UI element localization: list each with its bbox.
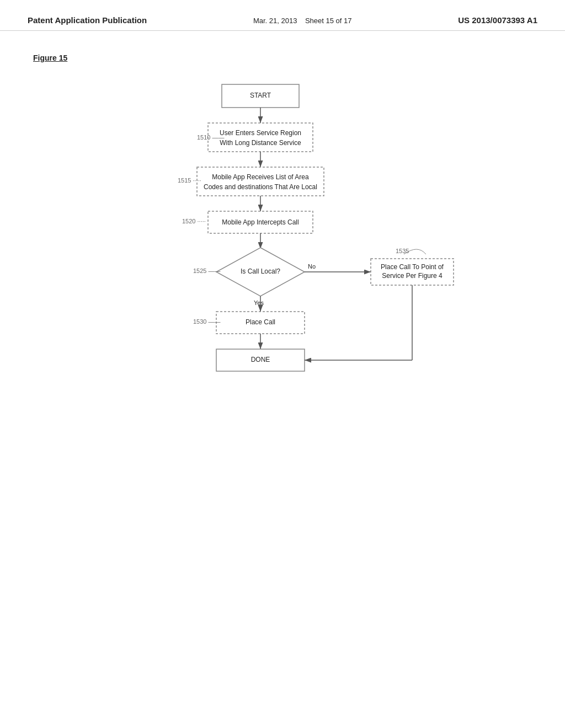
label-1530: 1530 —— <box>193 318 221 325</box>
box-1515 <box>197 167 324 196</box>
label-1510: 1510 —— <box>197 134 225 141</box>
box-1535-text1: Place Call To Point of <box>381 263 444 271</box>
figure-label: Figure 15 <box>33 53 67 62</box>
yes-label: Yes <box>254 299 264 306</box>
page-header: Patent Application Publication Mar. 21, … <box>0 0 565 31</box>
publication-date-sheet: Mar. 21, 2013 Sheet 15 of 17 <box>253 17 352 25</box>
sheet-number: Sheet 15 of 17 <box>305 17 352 25</box>
publication-number: US 2013/0073393 A1 <box>458 15 537 25</box>
done-label: DONE <box>251 356 270 363</box>
diamond-1525-text: Is Call Local? <box>241 267 280 275</box>
publication-title: Patent Application Publication <box>28 15 147 25</box>
label-1525: 1525 —— <box>193 267 221 274</box>
flowchart-diagram: START User Enters Service Region With Lo… <box>89 73 476 487</box>
label-1520: 1520 ····· <box>182 218 206 224</box>
box-1515-text2: Codes and destinations That Are Local <box>204 183 317 191</box>
box-1510-text2: With Long Distance Service <box>220 139 301 147</box>
box-1510-text1: User Enters Service Region <box>220 129 301 137</box>
start-label: START <box>250 92 271 99</box>
box-1530-text: Place Call <box>246 318 275 326</box>
box-1535-text2: Service Per Figure 4 <box>382 272 443 280</box>
publication-date: Mar. 21, 2013 <box>253 17 297 25</box>
diagram-area: Figure 15 START User Enters Service Regi… <box>0 31 565 509</box>
label-1535: 1535 <box>396 248 409 254</box>
box-1515-text1: Mobile App Receives List of Area <box>212 173 309 181</box>
label-1515: 1515 ····· <box>178 177 201 184</box>
box-1520-text: Mobile App Intercepts Call <box>222 218 299 226</box>
no-label: No <box>308 263 316 270</box>
